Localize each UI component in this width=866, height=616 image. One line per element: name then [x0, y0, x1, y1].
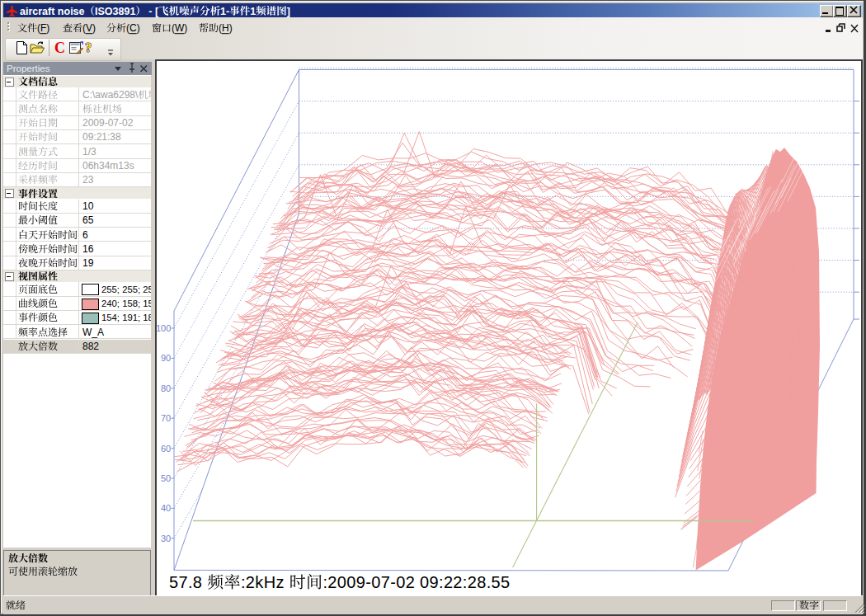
svg-text:2: 2: [327, 573, 337, 591]
svg-text:0: 0: [166, 473, 171, 483]
svg-text:-: -: [390, 573, 396, 591]
svg-text:0: 0: [166, 383, 171, 393]
svg-text:[: [: [155, 5, 159, 16]
svg-text:): ): [136, 22, 139, 34]
svg-text:s: s: [73, 5, 79, 16]
svg-text:2: 2: [246, 573, 255, 591]
svg-text:3: 3: [113, 5, 119, 16]
svg-text:w: w: [100, 89, 108, 101]
svg-text:6: 6: [82, 229, 88, 241]
svg-text:;: ;: [137, 284, 139, 294]
svg-text:2: 2: [453, 573, 462, 591]
svg-text:9: 9: [430, 573, 439, 591]
svg-text:F: F: [40, 22, 46, 34]
svg-text:O: O: [105, 5, 113, 16]
svg-text:0: 0: [396, 573, 405, 591]
svg-text:3: 3: [88, 174, 94, 186]
svg-text:): ): [47, 22, 50, 34]
svg-text:): ): [92, 22, 96, 34]
svg-text:8: 8: [193, 573, 202, 591]
svg-text:6: 6: [88, 243, 94, 255]
svg-text:;: ;: [116, 299, 119, 308]
svg-text:3: 3: [91, 146, 96, 158]
svg-text:s: s: [129, 160, 134, 172]
svg-text:t: t: [51, 5, 55, 16]
svg-text:H: H: [264, 573, 275, 591]
svg-text:\: \: [135, 89, 139, 101]
svg-text:.: .: [188, 573, 193, 591]
svg-text:e: e: [79, 5, 85, 16]
svg-text:A: A: [97, 327, 104, 338]
svg-text:H: H: [222, 22, 229, 34]
svg-text:C: C: [82, 89, 90, 101]
svg-text:0: 0: [420, 573, 429, 591]
svg-text:7: 7: [381, 573, 390, 591]
svg-text:0: 0: [371, 573, 380, 591]
svg-text:-: -: [148, 5, 152, 16]
svg-text:n: n: [58, 5, 64, 16]
svg-text:m: m: [110, 160, 118, 172]
svg-text:5: 5: [501, 573, 510, 591]
svg-text:W: W: [82, 327, 92, 338]
svg-text:0: 0: [337, 573, 346, 591]
svg-text:0: 0: [166, 413, 171, 423]
svg-text:): ): [229, 22, 233, 34]
svg-text:]: ]: [287, 5, 290, 16]
svg-text:s: s: [45, 63, 50, 73]
svg-text:k: k: [255, 573, 264, 591]
svg-text:1: 1: [250, 5, 256, 16]
svg-text:c: c: [32, 5, 38, 16]
svg-text:;: ;: [137, 299, 139, 308]
svg-text:2: 2: [93, 341, 99, 352]
svg-text:8: 8: [115, 132, 121, 143]
svg-text:;: ;: [137, 313, 139, 322]
svg-text:): ): [185, 22, 188, 34]
svg-text:5: 5: [169, 573, 178, 591]
svg-text:.: .: [487, 573, 492, 591]
svg-text:0: 0: [166, 534, 171, 543]
svg-text:1: 1: [220, 5, 226, 16]
svg-text:9: 9: [356, 573, 365, 591]
svg-text:5: 5: [88, 214, 94, 226]
svg-text:;: ;: [116, 284, 119, 294]
svg-text:2: 2: [128, 117, 134, 129]
svg-text:0: 0: [88, 200, 94, 212]
svg-text:z: z: [275, 573, 284, 591]
svg-text::: :: [322, 573, 327, 591]
svg-text:0: 0: [166, 444, 171, 454]
svg-text:0: 0: [166, 323, 171, 333]
svg-text:7: 7: [178, 573, 187, 591]
svg-text::: :: [241, 573, 246, 591]
svg-text:S: S: [97, 5, 104, 16]
svg-text:C: C: [129, 22, 137, 34]
svg-text:;: ;: [116, 313, 119, 322]
svg-text:2: 2: [468, 573, 477, 591]
svg-text:-: -: [365, 573, 371, 591]
svg-text::: :: [439, 573, 444, 591]
svg-text:2: 2: [406, 573, 415, 591]
svg-text:W: W: [175, 22, 185, 34]
svg-text:5: 5: [492, 573, 501, 591]
svg-text:8: 8: [477, 573, 486, 591]
svg-text:2: 2: [444, 573, 453, 591]
svg-text:0: 0: [166, 354, 171, 364]
svg-text:8: 8: [118, 5, 124, 16]
svg-text:9: 9: [124, 5, 129, 16]
svg-text:-: -: [226, 5, 229, 16]
svg-text:0: 0: [166, 504, 171, 514]
svg-text::: :: [463, 573, 468, 591]
svg-text:9: 9: [88, 257, 94, 269]
svg-text:0: 0: [346, 573, 355, 591]
svg-text:V: V: [86, 22, 92, 34]
svg-text:1: 1: [129, 5, 135, 16]
svg-text:?: ?: [85, 40, 92, 55]
